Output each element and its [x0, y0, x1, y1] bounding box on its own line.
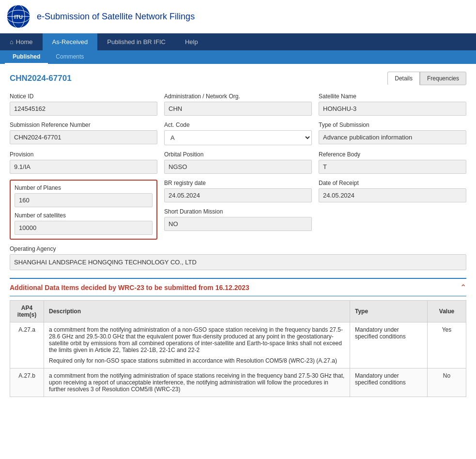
provision-value: 9.1/IA [10, 160, 157, 174]
form-row-4: Number of Planes 160 Number of satellite… [10, 180, 466, 240]
sub-nav: Published Comments [0, 50, 476, 64]
field-satellite-name: Satellite Name HONGHU-3 [319, 93, 466, 116]
nav-help[interactable]: Help [175, 33, 208, 50]
nav-published-br-ific[interactable]: Published in BR IFIC [97, 33, 175, 50]
tab-frequencies[interactable]: Frequencies [420, 72, 466, 85]
additional-data-section: Additional Data Items decided by WRC-23 … [10, 278, 466, 397]
field-type-of-submission: Type of Submission Advance publication i… [319, 122, 466, 145]
field-submission-ref: Submission Reference Number CHN2024-6770… [10, 122, 157, 145]
home-icon: ⌂ [10, 38, 14, 46]
submission-ref-value: CHN2024-67701 [10, 130, 157, 144]
subnav-published[interactable]: Published [5, 50, 48, 64]
form-row-1: Notice ID 124545162 Administration / Net… [10, 93, 466, 116]
cell-description: a commitment from the notifying administ… [44, 322, 350, 368]
type-of-submission-value: Advance publication information [319, 130, 466, 144]
number-of-satellites-value: 10000 [15, 221, 153, 235]
cell-type: Mandatory under specified conditions [350, 368, 428, 397]
notice-id-value: 124545162 [10, 102, 157, 116]
form-row-3: Provision 9.1/IA Orbital Position NGSO R… [10, 151, 466, 174]
cell-description: a commitment from the notifying administ… [44, 368, 350, 397]
field-notice-id: Notice ID 124545162 [10, 93, 157, 116]
br-registry-date-value: 24.05.2024 [164, 188, 312, 202]
cell-value: Yes [428, 322, 466, 368]
highlighted-planes-satellites: Number of Planes 160 Number of satellite… [10, 180, 157, 240]
reference-body-value: T [319, 160, 466, 174]
tab-details[interactable]: Details [387, 72, 420, 85]
cell-ap4: A.27.b [10, 368, 44, 397]
col-header-ap4: AP4 item(s) [10, 301, 44, 322]
table-row: A.27.aa commitment from the notifying ad… [10, 322, 466, 368]
record-id: CHN2024-67701 [10, 74, 72, 83]
field-act-code: Act. Code A [164, 122, 312, 145]
cell-value: No [428, 368, 466, 397]
section-divider [10, 296, 466, 296]
main-content: CHN2024-67701 Details Frequencies Notice… [0, 64, 476, 405]
field-reference-body: Reference Body T [319, 151, 466, 174]
field-operating-agency: Operating Agency SHANGHAI LANDSPACE HONG… [10, 245, 466, 270]
additional-title: Additional Data Items decided by WRC-23 … [10, 284, 249, 291]
cell-ap4: A.27.a [10, 322, 44, 368]
svg-text:ITU: ITU [14, 14, 23, 20]
itu-logo-icon: ITU [6, 4, 31, 29]
additional-header[interactable]: Additional Data Items decided by WRC-23 … [10, 279, 466, 296]
chevron-up-icon: ⌃ [460, 283, 466, 292]
field-br-registry-date: BR registry date 24.05.2024 [164, 180, 312, 202]
field-admin-network: Administration / Network Org. CHN [164, 93, 312, 116]
col-header-type: Type [350, 301, 428, 322]
record-header: CHN2024-67701 Details Frequencies [10, 72, 466, 85]
col-header-value: Value [428, 301, 466, 322]
app-header: ITU e-Submission of Satellite Network Fi… [0, 0, 476, 33]
field-number-of-planes: Number of Planes 160 [15, 184, 153, 207]
field-number-of-satellites: Number of satellites 10000 [15, 212, 153, 235]
additional-data-table: AP4 item(s) Description Type Value A.27.… [10, 300, 466, 397]
field-short-duration-mission: Short Duration Mission NO [164, 208, 312, 231]
nav-as-received[interactable]: As-Received [43, 33, 98, 50]
subnav-comments[interactable]: Comments [48, 50, 92, 64]
act-code-select[interactable]: A [164, 130, 312, 145]
satellite-name-value: HONGHU-3 [319, 102, 466, 116]
cell-type: Mandatory under specified conditions [350, 322, 428, 368]
orbital-position-value: NGSO [164, 160, 312, 174]
field-date-of-receipt: Date of Receipt 24.05.2024 [319, 180, 466, 240]
main-nav: ⌂ Home As-Received Published in BR IFIC … [0, 33, 476, 50]
admin-network-value: CHN [164, 102, 312, 116]
short-duration-mission-value: NO [164, 217, 312, 231]
col-header-description: Description [44, 301, 350, 322]
field-orbital-position: Orbital Position NGSO [164, 151, 312, 174]
record-tabs: Details Frequencies [387, 72, 466, 85]
col-br-short: BR registry date 24.05.2024 Short Durati… [164, 180, 312, 240]
table-row: A.27.ba commitment from the notifying ad… [10, 368, 466, 397]
app-title: e-Submission of Satellite Network Filing… [37, 12, 195, 22]
date-of-receipt-value: 24.05.2024 [319, 188, 466, 202]
nav-home[interactable]: ⌂ Home [0, 33, 43, 50]
operating-agency-value: SHANGHAI LANDSPACE HONGQING TECHNOLOGY C… [10, 254, 466, 270]
field-provision: Provision 9.1/IA [10, 151, 157, 174]
number-of-planes-value: 160 [15, 193, 153, 207]
form-row-2: Submission Reference Number CHN2024-6770… [10, 122, 466, 145]
